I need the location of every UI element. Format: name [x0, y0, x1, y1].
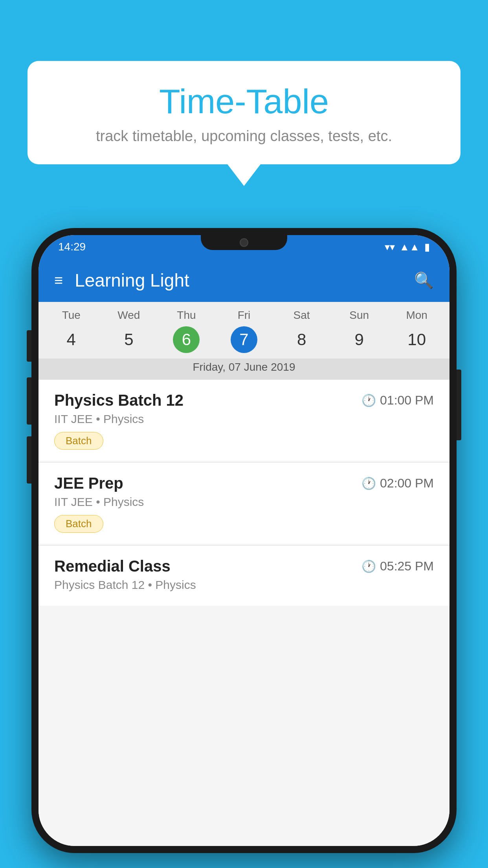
- day-header-fri: Fri: [215, 309, 273, 322]
- day-7-selected[interactable]: 7: [231, 326, 257, 353]
- event-card-3[interactable]: Remedial Class 🕐 05:25 PM Physics Batch …: [39, 546, 449, 606]
- event-time-2: 🕐 02:00 PM: [361, 476, 434, 491]
- day-header-mon: Mon: [388, 309, 446, 322]
- phone-wrapper: 14:29 ▾▾ ▲▲ ▮ ≡ Learning Light 🔍 Tue Wed…: [31, 228, 457, 853]
- clock-icon-3: 🕐: [361, 559, 376, 573]
- bubble-title: Time-Table: [51, 83, 437, 121]
- day-4[interactable]: 4: [42, 326, 100, 353]
- front-camera: [240, 238, 248, 247]
- event-tag-2: Batch: [54, 515, 103, 533]
- day-8[interactable]: 8: [273, 326, 330, 353]
- calendar-strip: Tue Wed Thu Fri Sat Sun Mon 4 5 6 7 8 9 …: [39, 302, 449, 380]
- event-name-2: JEE Prep: [54, 474, 123, 492]
- event-sub-3: Physics Batch 12 • Physics: [54, 578, 434, 592]
- wifi-icon: ▾▾: [385, 241, 395, 253]
- event-name-3: Remedial Class: [54, 557, 171, 575]
- day-header-sun: Sun: [330, 309, 388, 322]
- app-bar: ≡ Learning Light 🔍: [39, 259, 449, 302]
- side-button-right: [457, 370, 461, 440]
- day-header-thu: Thu: [158, 309, 215, 322]
- event-card-2[interactable]: JEE Prep 🕐 02:00 PM IIT JEE • Physics Ba…: [39, 463, 449, 544]
- day-header-tue: Tue: [42, 309, 100, 322]
- search-icon[interactable]: 🔍: [414, 271, 434, 290]
- side-button-vol-up: [27, 377, 31, 425]
- event-time-3: 🕐 05:25 PM: [361, 559, 434, 574]
- event-time-1: 🕐 01:00 PM: [361, 393, 434, 408]
- hamburger-icon[interactable]: ≡: [54, 272, 63, 289]
- phone-frame: 14:29 ▾▾ ▲▲ ▮ ≡ Learning Light 🔍 Tue Wed…: [31, 228, 457, 853]
- side-button-vol-down: [27, 436, 31, 484]
- clock-icon-1: 🕐: [361, 394, 376, 407]
- event-sub-2: IIT JEE • Physics: [54, 495, 434, 509]
- speech-bubble-section: Time-Table track timetable, upcoming cla…: [28, 61, 460, 186]
- event-card-1[interactable]: Physics Batch 12 🕐 01:00 PM IIT JEE • Ph…: [39, 380, 449, 461]
- phone-screen: 14:29 ▾▾ ▲▲ ▮ ≡ Learning Light 🔍 Tue Wed…: [39, 235, 449, 846]
- day-header-wed: Wed: [100, 309, 158, 322]
- side-button-power: [27, 330, 31, 362]
- event-sub-1: IIT JEE • Physics: [54, 412, 434, 426]
- event-header-2: JEE Prep 🕐 02:00 PM: [54, 474, 434, 492]
- day-6-today[interactable]: 6: [173, 326, 200, 353]
- event-name-1: Physics Batch 12: [54, 392, 183, 409]
- app-bar-title: Learning Light: [75, 270, 414, 291]
- event-header-3: Remedial Class 🕐 05:25 PM: [54, 557, 434, 575]
- signal-icon: ▲▲: [400, 241, 420, 253]
- event-header-1: Physics Batch 12 🕐 01:00 PM: [54, 392, 434, 409]
- speech-bubble-card: Time-Table track timetable, upcoming cla…: [28, 61, 460, 164]
- bubble-subtitle: track timetable, upcoming classes, tests…: [51, 128, 437, 145]
- bubble-pointer: [227, 164, 261, 186]
- day-header-sat: Sat: [273, 309, 330, 322]
- clock-icon-2: 🕐: [361, 476, 376, 490]
- battery-icon: ▮: [424, 241, 430, 253]
- event-tag-1: Batch: [54, 432, 103, 450]
- day-5[interactable]: 5: [100, 326, 158, 353]
- day-9[interactable]: 9: [330, 326, 388, 353]
- status-icons: ▾▾ ▲▲ ▮: [385, 241, 430, 253]
- selected-date-label: Friday, 07 June 2019: [39, 359, 449, 380]
- phone-notch: [201, 235, 287, 250]
- day-headers: Tue Wed Thu Fri Sat Sun Mon: [39, 302, 449, 324]
- day-numbers: 4 5 6 7 8 9 10: [39, 324, 449, 359]
- day-10[interactable]: 10: [388, 326, 446, 353]
- events-list: Physics Batch 12 🕐 01:00 PM IIT JEE • Ph…: [39, 380, 449, 846]
- status-time: 14:29: [58, 241, 86, 253]
